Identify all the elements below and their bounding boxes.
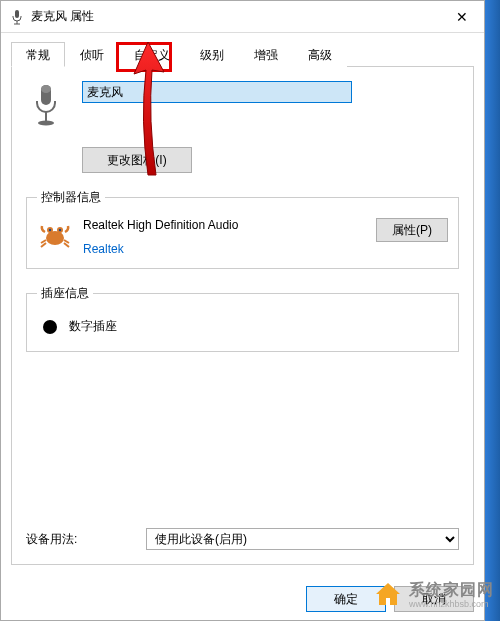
tab-advanced[interactable]: 高级 (293, 42, 347, 67)
tab-panel-general: 更改图标(I) 控制器信息 (11, 67, 474, 565)
svg-rect-12 (386, 598, 390, 605)
usage-select[interactable]: 使用此设备(启用) (146, 528, 459, 550)
svg-rect-4 (41, 85, 51, 93)
controller-text: Realtek High Definition Audio Realtek (83, 218, 366, 256)
jack-row: 数字插座 (37, 314, 448, 339)
controller-properties-button[interactable]: 属性(P) (376, 218, 448, 242)
tab-listen[interactable]: 侦听 (65, 42, 119, 67)
realtek-crab-icon (37, 218, 73, 254)
tab-custom[interactable]: 自定义 (119, 42, 185, 67)
watermark-text: 系统家园网 (409, 580, 494, 601)
controller-legend: 控制器信息 (37, 189, 105, 206)
change-icon-button[interactable]: 更改图标(I) (82, 147, 192, 173)
tab-general[interactable]: 常规 (11, 42, 65, 67)
window-title: 麦克风 属性 (31, 8, 440, 25)
microphone-icon (9, 9, 25, 25)
content-area: 常规 侦听 自定义 级别 增强 高级 更改图标(I (1, 33, 484, 573)
microphone-large-icon (26, 81, 66, 129)
device-name-input[interactable] (82, 81, 352, 103)
watermark: 系统家园网 www.hnzkhbsb.com (373, 579, 494, 609)
titlebar: 麦克风 属性 ✕ (1, 1, 484, 33)
svg-point-10 (49, 229, 51, 231)
usage-label: 设备用法: (26, 531, 126, 548)
jack-color-icon (43, 320, 57, 334)
controller-fieldset: 控制器信息 Realtek H (26, 189, 459, 269)
svg-rect-0 (15, 10, 19, 18)
usage-row: 设备用法: 使用此设备(启用) (26, 528, 459, 550)
svg-point-11 (59, 229, 61, 231)
device-row (26, 81, 459, 129)
tab-levels[interactable]: 级别 (185, 42, 239, 67)
controller-vendor: Realtek (83, 242, 366, 256)
desktop-edge (485, 0, 500, 621)
tab-enhance[interactable]: 增强 (239, 42, 293, 67)
watermark-url: www.hnzkhbsb.com (409, 599, 494, 609)
properties-dialog: 麦克风 属性 ✕ 常规 侦听 自定义 级别 增强 高级 (0, 0, 485, 621)
controller-name: Realtek High Definition Audio (83, 218, 366, 232)
watermark-house-icon (373, 579, 403, 609)
jack-fieldset: 插座信息 数字插座 (26, 285, 459, 352)
close-button[interactable]: ✕ (440, 2, 484, 32)
controller-row: Realtek High Definition Audio Realtek 属性… (37, 218, 448, 256)
tabstrip: 常规 侦听 自定义 级别 增强 高级 (11, 41, 474, 67)
jack-legend: 插座信息 (37, 285, 93, 302)
jack-label: 数字插座 (69, 318, 117, 335)
svg-point-7 (46, 231, 64, 245)
svg-point-6 (38, 121, 54, 126)
